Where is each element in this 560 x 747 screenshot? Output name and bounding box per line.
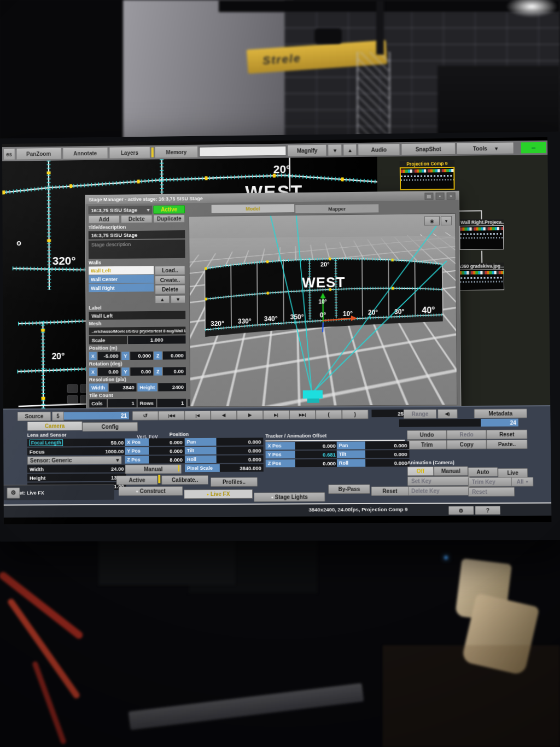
focus-row[interactable]: Focus 1000.00 bbox=[27, 447, 126, 456]
tile-rows-value[interactable]: 1 bbox=[157, 399, 186, 407]
transport-loop-out-button[interactable]: ) bbox=[342, 410, 368, 419]
roll-value[interactable]: 0.000 bbox=[217, 455, 264, 463]
delete-wall-button[interactable]: Delete bbox=[155, 285, 185, 294]
menu-down-button[interactable]: ▾ bbox=[328, 144, 342, 156]
tab-config[interactable]: Config bbox=[83, 422, 138, 432]
trk-roll-value[interactable]: 0.000 bbox=[365, 459, 410, 466]
copy-button[interactable]: Copy bbox=[447, 440, 487, 450]
node-projection-comp[interactable]: Projection Comp 9 bbox=[400, 160, 455, 190]
scale-value[interactable]: 1.000 bbox=[128, 335, 185, 344]
trk-xpos-value[interactable]: 0.000 bbox=[295, 442, 337, 450]
ypos-value[interactable]: 0.000 bbox=[149, 447, 185, 454]
node-a360[interactable]: A360 gradskiva.jpg... bbox=[457, 262, 504, 290]
wall-list-item[interactable]: Wall Left bbox=[89, 266, 154, 275]
transport-loop-in-button[interactable]: ( bbox=[316, 410, 342, 419]
rot-z-value[interactable]: 0.00 bbox=[163, 367, 186, 375]
undo-button[interactable]: Undo bbox=[407, 430, 447, 439]
settings-gear-button[interactable]: ⚙ bbox=[448, 506, 474, 515]
transport-play-back-button[interactable]: ◀ bbox=[211, 411, 237, 420]
pos-y-value[interactable]: 0.000 bbox=[130, 352, 153, 360]
paste-button[interactable]: Paste.. bbox=[486, 440, 527, 450]
tilt-value[interactable]: 0.000 bbox=[217, 446, 264, 454]
range-button[interactable]: Range bbox=[404, 409, 437, 418]
delete-key-button[interactable]: Delete Key bbox=[407, 486, 470, 496]
anim-manual-button[interactable]: Manual bbox=[434, 466, 468, 476]
stage-description-field[interactable]: Stage description bbox=[89, 240, 185, 259]
active-button[interactable]: Active bbox=[153, 205, 185, 214]
menu-memory-button[interactable]: Memory bbox=[155, 146, 199, 159]
res-height-value[interactable]: 2400 bbox=[158, 383, 186, 391]
bypass-reset-button[interactable]: Reset bbox=[371, 486, 409, 495]
xpos-value[interactable]: 0.000 bbox=[149, 438, 185, 446]
transport-step-forward-button[interactable]: ▶| bbox=[263, 410, 289, 419]
timeline-offset-field[interactable] bbox=[399, 419, 484, 427]
load-button[interactable]: Load.. bbox=[155, 266, 185, 275]
metadata-value[interactable]: 24 bbox=[481, 419, 518, 427]
trk-tilt-value[interactable]: 0.000 bbox=[365, 450, 410, 458]
transport-skip-end-button[interactable]: ▶▶| bbox=[289, 410, 316, 419]
stage-name-field[interactable]: 16:3,75 SISU Stage bbox=[89, 230, 185, 240]
menu-magnify-button[interactable]: Magnify bbox=[287, 144, 326, 157]
set-key-button[interactable]: Set Key bbox=[407, 476, 470, 486]
anim-auto-button[interactable]: Auto bbox=[468, 467, 498, 476]
sensor-width-row[interactable]: Width 24.00 bbox=[27, 465, 126, 473]
window-close-icon[interactable]: × bbox=[447, 192, 456, 199]
menu-tools-button[interactable]: Tools ▾ bbox=[457, 142, 514, 155]
tab-construct[interactable]: ● Construct bbox=[119, 486, 183, 496]
menu-snapshot-button[interactable]: SnapShot bbox=[401, 143, 456, 155]
anim-all-select[interactable]: All ▾ bbox=[511, 477, 534, 486]
mesh-path-field[interactable]: ..erichasso/Movies/SISU prjektortest 8 a… bbox=[89, 326, 186, 335]
metadata-button[interactable]: Metadata bbox=[474, 408, 527, 418]
bypass-button[interactable]: By-Pass bbox=[328, 485, 370, 494]
tab-mapper[interactable]: Mapper bbox=[295, 204, 378, 213]
source-button[interactable]: Source bbox=[18, 412, 51, 421]
anim-off-button[interactable]: Off bbox=[407, 466, 434, 476]
menu-up-button[interactable]: ▴ bbox=[343, 144, 357, 156]
view-options-button[interactable]: ▾ bbox=[441, 216, 452, 225]
menu-partial-button[interactable]: es bbox=[3, 148, 15, 160]
add-button[interactable]: Add bbox=[89, 215, 120, 224]
pan-value[interactable]: 0.000 bbox=[216, 437, 263, 445]
tab-stage-lights[interactable]: ● Stage Lights bbox=[254, 492, 325, 502]
window-minimize-icon[interactable]: ▪ bbox=[435, 192, 444, 200]
transport-loop-button[interactable]: ↺ bbox=[132, 411, 159, 420]
calibrate-button[interactable]: Calibrate.. bbox=[161, 475, 208, 485]
menu-audio-button[interactable]: Audio bbox=[358, 143, 400, 156]
redo-button[interactable]: Redo bbox=[447, 430, 487, 440]
trk-zpos-value[interactable]: 0.000 bbox=[295, 459, 338, 467]
wall-label-field[interactable]: Wall Left bbox=[89, 311, 185, 319]
zpos-value[interactable]: 8.000 bbox=[149, 456, 185, 463]
wrench-icon[interactable]: ⚙ bbox=[7, 487, 20, 498]
pos-z-value[interactable]: 0.000 bbox=[163, 351, 186, 359]
tab-live-fx[interactable]: ● Live FX bbox=[184, 489, 253, 499]
help-button[interactable]: ? bbox=[475, 506, 500, 515]
sensor-select[interactable]: Sensor: Generic ▾ bbox=[27, 456, 122, 465]
frame-value[interactable]: 25 bbox=[371, 410, 405, 417]
source-field-b[interactable]: 21 bbox=[64, 412, 129, 420]
manual-button[interactable]: Manual bbox=[125, 464, 182, 474]
transport-skip-start-button[interactable]: |◀◀ bbox=[159, 411, 185, 420]
wall-list-item[interactable]: Wall Center bbox=[89, 275, 154, 283]
transport-step-back-button[interactable]: |◀ bbox=[184, 411, 211, 420]
window-menu-icon[interactable]: ▤ bbox=[424, 192, 433, 200]
pos-x-value[interactable]: -5.000 bbox=[98, 352, 121, 360]
trim-button[interactable]: Trim bbox=[407, 440, 447, 450]
rot-x-value[interactable]: 0.00 bbox=[98, 367, 121, 376]
wall-move-up-button[interactable]: ▴ bbox=[155, 295, 170, 304]
source-field-a[interactable]: 5 bbox=[52, 412, 64, 421]
focal-length-row[interactable]: Focal Length 50.00 bbox=[27, 439, 126, 447]
profiles-button[interactable]: Profiles.. bbox=[211, 477, 258, 487]
trim-key-button[interactable]: Trim Key bbox=[468, 477, 515, 487]
speaker-button[interactable]: ◀) bbox=[438, 409, 457, 418]
menu-panzoom-button[interactable]: PanZoom bbox=[16, 148, 61, 160]
stage-select[interactable]: 16:3,75 SISU Stage ▾ bbox=[88, 206, 152, 214]
tab-model[interactable]: Model bbox=[212, 204, 295, 213]
menu-annotate-button[interactable]: Annotate bbox=[62, 147, 108, 160]
wall-list-item[interactable]: Wall Right bbox=[89, 283, 154, 292]
tab-camera[interactable]: Camera bbox=[27, 421, 83, 431]
calib-active-button[interactable]: Active bbox=[116, 475, 158, 485]
model-viewport[interactable]: 20° WEST 10° 320° 330° 340° 350° 0° 10° … bbox=[189, 213, 457, 407]
trk-ypos-value[interactable]: 0.681 bbox=[295, 451, 338, 458]
transport-play-button[interactable]: ▶ bbox=[237, 410, 263, 419]
trk-pan-value[interactable]: 0.000 bbox=[365, 441, 410, 449]
